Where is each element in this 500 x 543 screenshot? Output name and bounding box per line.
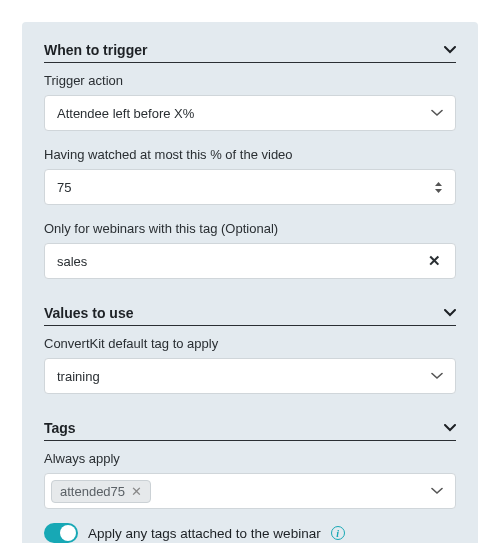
section-header-trigger[interactable]: When to trigger: [44, 42, 456, 63]
chevron-down-icon: [444, 44, 456, 56]
chevron-down-icon: [431, 487, 443, 495]
input-value: 75: [57, 180, 434, 195]
label-tag-filter: Only for webinars with this tag (Optiona…: [44, 221, 456, 236]
toggle-knob: [60, 525, 76, 541]
select-value: training: [57, 369, 431, 384]
tag-filter-input[interactable]: sales ✕: [44, 243, 456, 279]
chevron-down-icon: [444, 422, 456, 434]
trigger-action-select[interactable]: Attendee left before X%: [44, 95, 456, 131]
label-percent: Having watched at most this % of the vid…: [44, 147, 456, 162]
always-apply-select[interactable]: attended75 ✕: [44, 473, 456, 509]
label-trigger-action: Trigger action: [44, 73, 456, 88]
section-title-tags: Tags: [44, 420, 76, 436]
chevron-down-icon: [431, 109, 443, 117]
tag-chip-container: attended75 ✕: [51, 480, 431, 503]
label-default-tag: ConvertKit default tag to apply: [44, 336, 456, 351]
section-title-values: Values to use: [44, 305, 133, 321]
input-value: sales: [57, 254, 426, 269]
toggle-label: Apply any tags attached to the webinar: [88, 526, 321, 541]
info-icon[interactable]: i: [331, 526, 345, 540]
apply-webinar-tags-row: Apply any tags attached to the webinar i: [44, 523, 456, 543]
chevron-down-icon: [431, 372, 443, 380]
chevron-down-icon: [444, 307, 456, 319]
default-tag-select[interactable]: training: [44, 358, 456, 394]
section-title-trigger: When to trigger: [44, 42, 147, 58]
label-always-apply: Always apply: [44, 451, 456, 466]
section-header-tags[interactable]: Tags: [44, 420, 456, 441]
number-stepper-icon[interactable]: [434, 181, 443, 194]
settings-panel: When to trigger Trigger action Attendee …: [22, 22, 478, 543]
apply-webinar-tags-toggle[interactable]: [44, 523, 78, 543]
select-value: Attendee left before X%: [57, 106, 431, 121]
percent-input[interactable]: 75: [44, 169, 456, 205]
clear-icon[interactable]: ✕: [426, 252, 443, 270]
remove-tag-icon[interactable]: ✕: [131, 484, 142, 499]
tag-chip: attended75 ✕: [51, 480, 151, 503]
section-header-values[interactable]: Values to use: [44, 305, 456, 326]
tag-chip-label: attended75: [60, 484, 125, 499]
